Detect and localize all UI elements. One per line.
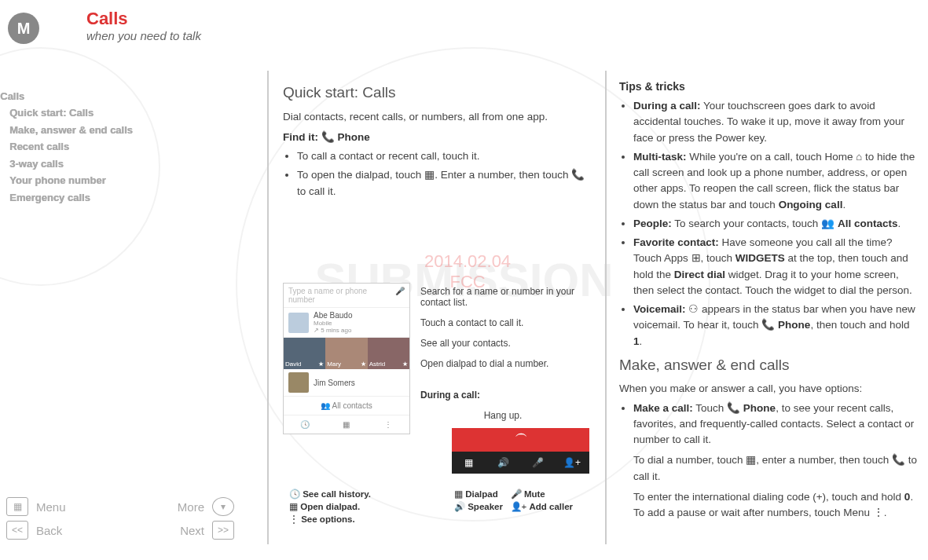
sidebar-item-make-answer[interactable]: Make, answer & end calls	[0, 122, 189, 138]
phone-icon: 📞	[571, 167, 585, 183]
dialpad-icon: ▦	[424, 167, 435, 183]
recent-call-row[interactable]: Abe Baudo Mobile ↗ 5 mins ago	[284, 308, 409, 338]
sidebar-item-number[interactable]: Your phone number	[0, 172, 189, 188]
all-contacts-button[interactable]: 👥 All contacts	[284, 397, 409, 415]
hangup-button[interactable]: ⏜	[452, 428, 589, 452]
next-icon[interactable]: >>	[212, 521, 234, 540]
tip-during-call: During a call: Your touchscreen goes dar…	[633, 98, 918, 146]
tip-multitask: Multi-task: While you're on a call, touc…	[633, 149, 918, 213]
callout-touch-contact: Touch a contact to call it.	[420, 317, 585, 328]
back-icon[interactable]: <<	[6, 521, 28, 540]
dialpad-tab[interactable]: ▦	[325, 415, 367, 434]
find-it-label: Find it:	[283, 131, 318, 143]
voicemail-icon: ⚇	[688, 302, 699, 317]
find-it-target: Phone	[338, 131, 370, 143]
mute-icon[interactable]: 🎤	[521, 452, 556, 474]
add-caller-icon[interactable]: 👤+	[555, 452, 589, 474]
people-icon: 👥	[321, 401, 330, 410]
heading-quickstart: Quick start: Calls	[283, 82, 593, 104]
options-tab[interactable]: ⋮	[368, 415, 409, 434]
menu-icon[interactable]: ▦	[6, 497, 28, 516]
sidebar-item-quickstart[interactable]: Quick start: Calls	[0, 104, 189, 121]
bullet-dialpad: To open the dialpad, touch ▦. Enter a nu…	[297, 167, 593, 199]
phone-icon: 📞	[761, 317, 775, 333]
hangup-label: Hang up.	[420, 410, 585, 421]
avatar	[288, 313, 309, 333]
content-column-mid: Quick start: Calls Dial contacts, recent…	[283, 79, 593, 204]
tips-heading: Tips & tricks	[619, 79, 918, 95]
make-answer-intro: When you make or answer a call, you have…	[619, 381, 918, 397]
search-input[interactable]: Type a name or phone number	[288, 287, 395, 304]
page-title: Calls	[86, 9, 201, 29]
history-tab[interactable]: 🕓	[284, 415, 325, 434]
phone-icon: 📞	[892, 452, 905, 468]
tip-voicemail: Voicemail: ⚇ appears in the status bar w…	[633, 302, 918, 350]
intro-text: Dial contacts, recent calls, or numbers,…	[283, 109, 593, 125]
sidebar-item-recent[interactable]: Recent calls	[0, 138, 189, 155]
phone-screenshot: Type a name or phone number 🎤 Abe Baudo …	[283, 283, 410, 434]
more-icon[interactable]: ▾	[212, 497, 234, 516]
phone-icon: 📞	[727, 401, 740, 416]
dialpad-icon: ▦	[746, 452, 756, 468]
menu-button[interactable]: Menu	[36, 500, 66, 514]
during-call-label: During a call:	[420, 390, 480, 401]
more-button[interactable]: More	[178, 500, 204, 514]
callout-labels: Search for a name or number in your cont…	[420, 286, 585, 430]
favorite-contact[interactable]: Astrid★	[368, 338, 409, 369]
make-call-bullet: Make a call: Touch 📞 Phone, to see your …	[633, 401, 918, 522]
sidebar-item-3way[interactable]: 3-way calls	[0, 156, 189, 172]
callout-search: Search for a name or number in your cont…	[420, 286, 585, 308]
recent-name: Abe Baudo	[314, 311, 353, 320]
back-button[interactable]: Back	[36, 524, 62, 537]
phone-icon: 📞	[321, 130, 335, 145]
speaker-icon[interactable]: 🔊	[486, 452, 521, 474]
legend-left: 🕓 See call history. ▦ Open dialpad. ⋮ Se…	[289, 487, 371, 526]
menu-icon: ⋮	[873, 505, 884, 521]
sidebar-item-emergency[interactable]: Emergency calls	[0, 189, 189, 206]
callout-dialpad: Open dialpad to dial a number.	[420, 358, 585, 369]
mic-icon[interactable]: 🎤	[395, 287, 405, 304]
callout-all-contacts: See all your contacts.	[420, 338, 585, 349]
favorite-contact[interactable]: David★	[284, 338, 325, 369]
in-call-screenshot: ⏜ ▦ 🔊 🎤 👤+	[452, 428, 589, 474]
people-icon: 👥	[821, 216, 834, 232]
motorola-logo: M	[8, 13, 39, 44]
tip-favorite: Favorite contact: Have someone you call …	[633, 235, 918, 298]
heading-make-answer: Make, answer & end calls	[619, 354, 918, 377]
avatar	[288, 372, 309, 393]
contact-row[interactable]: Jim Somers	[284, 369, 409, 397]
legend-right: ▦ Dialpad 🎤 Mute 🔊 Speaker 👤+ Add caller	[454, 487, 596, 514]
content-column-right: Tips & tricks During a call: Your touchs…	[619, 79, 918, 525]
page-subtitle: when you need to talk	[86, 29, 201, 42]
sidebar-section[interactable]: Calls	[0, 88, 189, 104]
next-button[interactable]: Next	[180, 524, 204, 537]
dialpad-icon[interactable]: ▦	[452, 452, 486, 474]
favorite-contact[interactable]: Mary★	[325, 338, 367, 369]
outgoing-icon: ↗	[314, 327, 319, 334]
apps-icon: ⊞	[691, 251, 701, 266]
bullet-call-contact: To call a contact or recent call, touch …	[297, 148, 593, 164]
sidebar-nav: Calls Quick start: Calls Make, answer & …	[0, 88, 189, 206]
tip-people: People: To search your contacts, touch 👥…	[633, 216, 918, 232]
